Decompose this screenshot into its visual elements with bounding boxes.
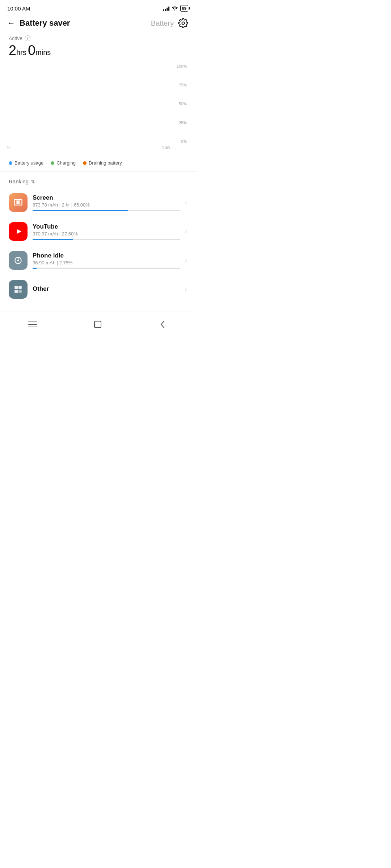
sort-icon[interactable]: ⇅: [31, 179, 35, 184]
idle-app-stats: 36.90 mAh | 2.75%: [33, 260, 180, 265]
draining-label: Draining battery: [89, 160, 122, 166]
screen-app-stats: 873.78 mAh | 2 hr | 65.00%: [33, 202, 180, 208]
wifi-icon: [172, 5, 178, 12]
svg-rect-14: [14, 290, 18, 293]
screen-app-name: Screen: [33, 194, 180, 201]
app-item-screen[interactable]: Screen 873.78 mAh | 2 hr | 65.00% ›: [0, 188, 196, 217]
ranking-label: Ranking: [9, 178, 29, 184]
status-time: 10:00 AM: [7, 5, 30, 12]
app-item-youtube[interactable]: YouTube 370.97 mAh | 27.60% ›: [0, 217, 196, 246]
chart-x-labels: 9 Now: [7, 144, 170, 152]
legend-charging: Charging: [51, 160, 76, 166]
idle-app-info: Phone idle 36.90 mAh | 2.75%: [33, 252, 180, 269]
youtube-bar-fill: [33, 239, 73, 240]
back-nav-button[interactable]: [156, 317, 170, 332]
battery-icon: 89: [180, 5, 188, 12]
chart-y-labels: 100% 75% 50% 25% 0%: [172, 64, 188, 144]
active-label: Active ?: [9, 35, 187, 41]
screen-bar-fill: [33, 210, 128, 211]
status-bar: 10:00 AM 89: [0, 0, 196, 14]
signal-icon: [163, 6, 169, 11]
other-chevron: ›: [185, 286, 187, 293]
battery-usage-dot: [9, 161, 12, 165]
other-app-info: Other: [33, 285, 180, 293]
svg-rect-15: [18, 290, 22, 293]
youtube-app-info: YouTube 370.97 mAh | 27.60%: [33, 223, 180, 240]
idle-bar-track: [33, 268, 180, 269]
active-time: 2hrs0mins: [9, 43, 187, 58]
screen-chevron: ›: [185, 199, 187, 206]
charging-dot: [51, 161, 54, 165]
legend-battery-usage: Battery usage: [9, 160, 43, 166]
ranking-header[interactable]: Ranking ⇅: [0, 172, 196, 188]
screen-app-info: Screen 873.78 mAh | 2 hr | 65.00%: [33, 194, 180, 211]
home-button[interactable]: [91, 317, 105, 332]
back-button[interactable]: ←: [7, 18, 15, 28]
legend-draining: Draining battery: [83, 160, 122, 166]
youtube-bar-track: [33, 239, 180, 240]
svg-rect-12: [14, 286, 18, 289]
bottom-nav: [0, 311, 196, 339]
screen-bar-track: [33, 210, 180, 211]
header: ← Battery saver Battery: [0, 14, 196, 34]
screen-app-icon: [9, 193, 28, 212]
draining-dot: [83, 161, 87, 165]
idle-bar-fill: [33, 268, 37, 269]
app-item-other[interactable]: Other ›: [0, 275, 196, 304]
legend: Battery usage Charging Draining battery: [0, 154, 196, 171]
status-icons: 89: [163, 5, 188, 12]
youtube-app-icon: [9, 222, 28, 241]
page-title: Battery saver: [20, 18, 147, 28]
svg-rect-13: [18, 286, 22, 289]
idle-chevron: ›: [185, 257, 187, 264]
youtube-app-name: YouTube: [33, 223, 180, 230]
charging-label: Charging: [56, 160, 76, 166]
help-icon[interactable]: ?: [25, 35, 30, 41]
battery-chart: 100% 75% 50% 25% 0% 9 Now: [0, 64, 196, 154]
active-section: Active ? 2hrs0mins: [0, 34, 196, 64]
other-app-name: Other: [33, 285, 180, 293]
battery-tab[interactable]: Battery: [151, 19, 174, 27]
other-app-icon: [9, 280, 28, 299]
settings-icon[interactable]: [178, 18, 188, 28]
svg-point-11: [17, 260, 19, 261]
menu-button[interactable]: [25, 317, 40, 332]
svg-rect-7: [16, 200, 20, 204]
svg-rect-19: [94, 321, 101, 328]
youtube-chevron: ›: [185, 228, 187, 235]
idle-app-icon: [9, 251, 28, 270]
svg-marker-8: [17, 229, 22, 234]
app-item-idle[interactable]: Phone idle 36.90 mAh | 2.75% ›: [0, 246, 196, 275]
idle-app-name: Phone idle: [33, 252, 180, 259]
battery-usage-label: Battery usage: [14, 160, 43, 166]
youtube-app-stats: 370.97 mAh | 27.60%: [33, 231, 180, 237]
